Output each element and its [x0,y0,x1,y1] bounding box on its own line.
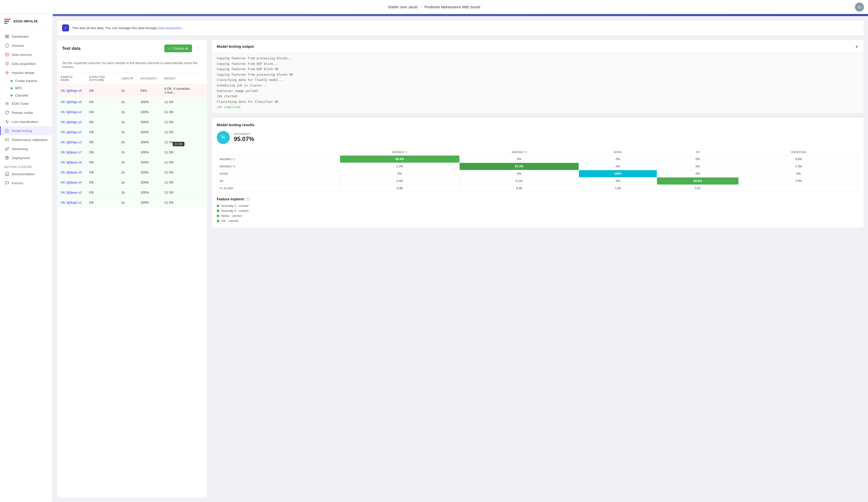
sidebar-logo[interactable]: EDGE IMPULSE [0,14,52,29]
cell-expected-outcome: OK [86,117,118,127]
package-icon [5,155,9,160]
matrix-cell: 0% [459,155,579,163]
sidebar-item-documentation[interactable]: Documentation [0,169,52,179]
info-banner: ✓ This lists all test data. You can mana… [57,20,864,36]
test-data-panel: Test data ✓ Classify all ⋮ Set the 'expe… [57,40,207,498]
collapse-icon[interactable]: ▲ [855,44,859,49]
topbar: Shebin Jose Jacob / Predictive Maintenan… [0,0,868,14]
sidebar-label-documentation: Documentation [12,172,35,176]
cell-sample-name[interactable]: OK.3jj9jepe.s5 [57,168,86,178]
panel-header-actions: ✓ Classify all ⋮ [164,44,202,52]
legend-dot [217,204,219,207]
cell-row-actions[interactable]: ⋮ [196,178,207,188]
cell-sample-name[interactable]: OK.3jj9jepe.s6 [57,157,86,168]
matrix-cell: 83.6% [657,177,738,184]
sidebar-item-create-impulse[interactable]: Create impulse [0,77,52,84]
matrix-row-label: ANOMALY 1 [217,155,340,163]
cell-expected-outcome: OK [86,178,118,188]
sidebar-item-forums[interactable]: Forums [0,179,52,188]
banner-text: This lists all test data. You can manage… [72,26,184,30]
cell-length: 2s [118,97,137,107]
sidebar-item-dashboard[interactable]: Dashboard [0,32,52,41]
table-row: OK.3jj9i4ge.s4 OK 2s 100% 11 OK ⋮ [57,107,207,117]
svg-rect-4 [6,44,8,47]
sidebar-item-mfe[interactable]: MFE [0,84,52,92]
sidebar-item-live-classification[interactable]: Live classification [0,117,52,126]
cell-row-actions[interactable]: ⋮ [196,147,207,157]
cell-row-actions[interactable]: ⋮ [196,117,207,127]
svg-line-22 [6,157,8,157]
cell-row-actions[interactable]: ⋮ [196,84,207,97]
matrix-col-header [217,149,340,155]
cell-sample-name[interactable]: OK.3jj9i4ge.s2 [57,127,86,137]
cell-expected-outcome: OK [86,157,118,168]
sidebar-item-model-testing[interactable]: Model testing [0,126,52,135]
sidebar-label-model-testing: Model testing [12,129,32,133]
cell-sample-name[interactable]: OK.3jj9i4ge.s1 [57,137,86,147]
cell-row-actions[interactable]: ⋮ [196,107,207,117]
cell-expected-outcome: OK [86,147,118,157]
cell-length: 2s [118,117,137,127]
cell-sample-name[interactable]: OK.3jj9lug0.s1 [57,198,86,208]
cell-sample-name[interactable]: OK.3jj9i4ge.s6 [57,84,86,97]
banner-link[interactable]: Data acquisition [158,26,182,30]
legend-label: Anomaly 1 - correct [221,204,248,208]
legend-label: OK - correct [221,219,238,223]
logo-icon [4,19,11,24]
cell-row-actions[interactable]: ⋮ [196,137,207,147]
cell-sample-name[interactable]: OK.3jj9i4ge.s3 [57,117,86,127]
matrix-cell: 0.6% [738,155,859,163]
cell-row-actions[interactable]: ⋮ [196,188,207,198]
matrix-cell: 1.00 [579,184,657,192]
sidebar-item-data-acquisition[interactable]: Data acquisition [0,59,52,68]
svg-point-20 [8,147,9,148]
device-icon [5,43,9,48]
cell-sample-name[interactable]: OK.3jj9jepe.s4 [57,178,86,188]
sidebar-item-retrain-model[interactable]: Retrain model [0,108,52,117]
sidebar-item-deployment[interactable]: Deployment [0,153,52,162]
avatar[interactable]: SJ [855,2,864,12]
cell-sample-name[interactable]: OK.3jj9jepe.s3 [57,188,86,198]
cell-sample-name[interactable]: OK.3jj9i4ge.s4 [57,107,86,117]
matrix-cell: 0% [657,170,738,177]
test-data-table: SAMPLE NAME EXPECTED OUTCOME LENGTH ACCU… [57,73,207,208]
cell-row-actions[interactable]: ⋮ [196,97,207,107]
sidebar-item-versioning[interactable]: Versioning [0,144,52,153]
matrix-cell [738,184,859,192]
check-icon: ✓ [62,24,69,31]
output-panel: Model testing output ▲ Copying features … [211,40,864,113]
matrix-cell: 0% [579,163,657,170]
cell-row-actions[interactable]: ⋮ [196,127,207,137]
sidebar-item-classifier[interactable]: Classifier [0,92,52,99]
cell-sample-name[interactable]: OK.3jj9i4ge.s5 [57,97,86,107]
sidebar-label-live-classification: Live classification [12,120,38,124]
cell-length: 2s [118,198,137,208]
sidebar-label-retrain-model: Retrain model [12,111,33,114]
cell-row-actions[interactable]: ⋮ [196,198,207,208]
table-row: OK.3jj9i4ge.s1 OK 2s 100% 11 OK ⋮ [57,137,207,147]
legend-label: Noise - correct [221,214,241,218]
log-line: Copying features from DSP block OK [217,67,859,72]
sidebar-item-eon-tuner[interactable]: EON Tuner [0,99,52,108]
cell-row-actions[interactable]: ⋮ [196,157,207,168]
sidebar-item-performance-calibration[interactable]: Performance calibration [0,135,52,144]
purple-strip [53,14,868,16]
classify-all-button[interactable]: ✓ Classify all [164,44,192,52]
svg-rect-1 [7,35,9,36]
legend-item: Anomaly 1 - correct [217,204,859,208]
table-row: OK.3jj9lug0.s1 OK 2s 100% 11 OK ⋮ [57,198,207,208]
sidebar-item-devices[interactable]: Devices [0,41,52,50]
more-options-button[interactable]: ⋮ [195,45,202,52]
sidebar-item-data-sources[interactable]: Data sources [0,50,52,59]
sidebar-item-impulse-design[interactable]: Impulse design [0,68,52,77]
cell-row-actions[interactable]: ⋮ [196,168,207,178]
panel-header: Test data ✓ Classify all ⋮ [57,40,207,57]
log-line: Container image pulled! [217,89,859,94]
cell-result: 11 OK [161,178,196,188]
results-panel: Model testing results % ACCURACY 95.07% [211,117,864,228]
cell-accuracy: 100% [137,127,161,137]
help-icon[interactable]: ? [246,197,250,201]
table-container[interactable]: SAMPLE NAME EXPECTED OUTCOME LENGTH ACCU… [57,73,207,498]
cell-sample-name[interactable]: OK.3jj9jepe.s7 [57,147,86,157]
logo-text: EDGE IMPULSE [13,20,38,23]
